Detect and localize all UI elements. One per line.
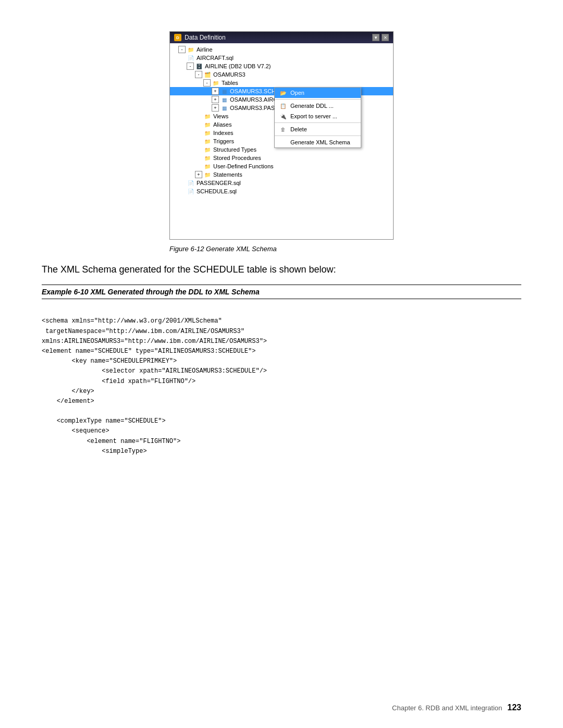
app-icon: D xyxy=(174,34,181,41)
window-title: Data Definition xyxy=(185,34,226,41)
expand-tables[interactable]: - xyxy=(203,79,211,87)
tree-label-aircraft-sql: AIRCRAFT.sql xyxy=(197,55,234,61)
sql-icon-aircraft: 📄 xyxy=(187,54,195,61)
tree-label-views: Views xyxy=(213,113,228,119)
tree-label-indexes: Indexes xyxy=(213,130,234,136)
separator-1 xyxy=(275,99,361,100)
open-icon: 📂 xyxy=(279,89,287,96)
minimize-button[interactable]: ▼ xyxy=(372,34,380,41)
tree-item-user-defined[interactable]: 📁 User-Defined Functions xyxy=(170,162,393,170)
tree-panel: - 📁 Airline 📄 AIRCRAFT.sql - 🗄️ AIRLINE … xyxy=(170,43,393,239)
sql-icon-passenger: 📄 xyxy=(187,179,195,187)
context-menu-generate-xml[interactable]: Generate XML Schema xyxy=(275,137,361,147)
tree-label-airline-db2: AIRLINE (DB2 UDB V7.2) xyxy=(205,63,271,69)
tree-label-aliases: Aliases xyxy=(213,121,231,128)
tree-item-stored-procedures[interactable]: 📁 Stored Procedures xyxy=(170,154,393,162)
figure-caption: Figure 6-12 Generate XML Schema xyxy=(169,245,394,253)
example-heading: Example 6-10 XML Generated through the D… xyxy=(42,285,521,299)
folder-icon-aliases: 📁 xyxy=(203,121,212,128)
table-icon-aircraft: ▦ xyxy=(220,96,228,103)
tree-label-user-defined: User-Defined Functions xyxy=(213,163,274,169)
tree-item-statements[interactable]: + 📁 Statements xyxy=(170,170,393,179)
tree-label-triggers: Triggers xyxy=(213,138,234,144)
folder-icon-triggers: 📁 xyxy=(203,138,212,145)
tree-item-airline-db2[interactable]: - 🗄️ AIRLINE (DB2 UDB V7.2) xyxy=(170,62,393,70)
code-block: <schema xmlns="http://www.w3.org/2001/XM… xyxy=(42,306,521,456)
tree-item-aircraft-sql[interactable]: 📄 AIRCRAFT.sql xyxy=(170,54,393,62)
menu-label-generate-xml: Generate XML Schema xyxy=(290,139,350,145)
tree-label-structured-types: Structured Types xyxy=(213,146,256,153)
sql-icon-schedule: 📄 xyxy=(187,188,195,195)
title-bar-left: D Data Definition xyxy=(174,34,226,41)
xml-icon xyxy=(279,139,287,146)
ddl-icon: 📋 xyxy=(279,102,287,109)
footer-chapter-text: Chapter 6. RDB and XML integration xyxy=(392,704,502,712)
separator-3 xyxy=(275,135,361,136)
folder-icon-statements: 📁 xyxy=(203,171,212,178)
tree-spacer xyxy=(170,195,393,237)
expand-airline[interactable]: - xyxy=(178,46,186,53)
expand-schedule[interactable]: + xyxy=(212,88,219,95)
export-icon: 🔌 xyxy=(279,113,287,120)
separator-2 xyxy=(275,122,361,123)
tree-item-airline[interactable]: - 📁 Airline xyxy=(170,45,393,54)
tree-item-tables[interactable]: - 📁 Tables xyxy=(170,79,393,87)
folder-icon-indexes: 📁 xyxy=(203,129,212,137)
folder-icon-user-defined: 📁 xyxy=(203,163,212,170)
expand-aircraft[interactable]: + xyxy=(212,96,219,103)
folder-icon-views: 📁 xyxy=(203,113,212,120)
db-icon-airline: 🗄️ xyxy=(195,63,203,70)
context-menu-export[interactable]: 🔌 Export to server ... xyxy=(275,111,361,121)
tree-label-osamurs3: OSAMURS3 xyxy=(213,71,246,78)
tree-label-tables: Tables xyxy=(222,80,238,86)
tree-label-passenger-sql: PASSENGER.sql xyxy=(197,180,241,186)
close-button[interactable]: ✕ xyxy=(382,34,389,41)
expand-passe[interactable]: + xyxy=(212,104,219,112)
title-bar-controls: ▼ ✕ xyxy=(372,34,389,41)
context-menu-wrapper: + ▦ OSAMURS3.SCHED... 📂 Open 📋 G xyxy=(170,87,393,95)
folder-icon-stored-procedures: 📁 xyxy=(203,154,212,162)
section-heading: The XML Schema generated for the SCHEDUL… xyxy=(42,263,521,276)
page-footer: Chapter 6. RDB and XML integration 123 xyxy=(392,703,521,712)
folder-icon-tables: 📁 xyxy=(212,79,220,87)
context-menu-open[interactable]: 📂 Open xyxy=(275,88,361,98)
delete-icon: 🗑 xyxy=(279,126,287,133)
page-container: D Data Definition ▼ ✕ - 📁 Airline xyxy=(0,0,563,728)
page-number: 123 xyxy=(507,703,521,712)
folder-icon-airline: 📁 xyxy=(187,46,195,53)
tree-item-passenger-sql[interactable]: 📄 PASSENGER.sql xyxy=(170,179,393,187)
menu-label-delete: Delete xyxy=(290,126,307,132)
menu-label-generate-ddl: Generate DDL ... xyxy=(290,103,334,109)
tree-label-stored-procedures: Stored Procedures xyxy=(213,155,261,161)
menu-label-open: Open xyxy=(290,90,304,96)
schema-icon-osamurs3: 🗂️ xyxy=(203,71,212,78)
expand-airline-db2[interactable]: - xyxy=(187,63,194,70)
context-menu-delete[interactable]: 🗑 Delete xyxy=(275,124,361,134)
context-menu: 📂 Open 📋 Generate DDL ... 🔌 Export to se… xyxy=(274,87,361,148)
screenshot-box: D Data Definition ▼ ✕ - 📁 Airline xyxy=(169,31,394,240)
table-icon-passe: ▦ xyxy=(220,104,228,112)
title-bar: D Data Definition ▼ ✕ xyxy=(170,32,393,43)
folder-icon-structured-types: 📁 xyxy=(203,146,212,153)
expand-statements[interactable]: + xyxy=(195,171,202,178)
menu-label-export: Export to server ... xyxy=(290,113,337,119)
tree-label-schedule-sql: SCHEDULE.sql xyxy=(197,188,237,194)
context-menu-generate-ddl[interactable]: 📋 Generate DDL ... xyxy=(275,101,361,111)
tree-label-airline: Airline xyxy=(197,46,213,53)
expand-osamurs3[interactable]: - xyxy=(195,71,202,78)
table-icon-schedule: ▦ xyxy=(220,88,228,95)
tree-item-osamurs3[interactable]: - 🗂️ OSAMURS3 xyxy=(170,70,393,79)
figure-area: D Data Definition ▼ ✕ - 📁 Airline xyxy=(42,31,521,253)
tree-label-statements: Statements xyxy=(213,171,242,178)
tree-item-schedule-sql[interactable]: 📄 SCHEDULE.sql xyxy=(170,187,393,195)
